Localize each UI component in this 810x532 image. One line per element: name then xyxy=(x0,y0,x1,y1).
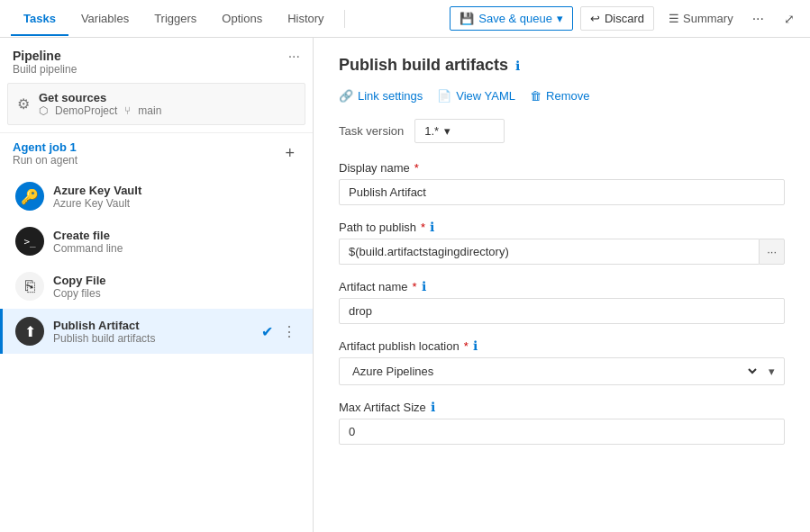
display-name-group: Display name * xyxy=(339,161,785,205)
task-version-select[interactable]: 1.* ▾ xyxy=(414,119,505,143)
path-to-publish-group: Path to publish * ℹ ··· xyxy=(339,220,785,265)
publish-artifact-icon: ⬆ xyxy=(15,317,44,346)
link-settings-link[interactable]: 🔗 Link settings xyxy=(339,89,423,103)
artifact-location-select-row: Azure Pipelines File share ▾ xyxy=(339,357,785,385)
summary-button[interactable]: ☰ Summary xyxy=(661,7,741,30)
task-version-value: 1.* xyxy=(424,124,439,138)
right-panel: Publish build artifacts ℹ 🔗 Link setting… xyxy=(314,38,810,532)
artifact-name-info-icon[interactable]: ℹ xyxy=(422,279,426,293)
create-file-subtitle: Command line xyxy=(53,242,123,255)
path-input-row: ··· xyxy=(339,239,785,265)
get-sources-item[interactable]: ⚙ Get sources ⬡ DemoProject ⑂ main xyxy=(7,83,305,125)
path-required: * xyxy=(421,221,425,234)
agent-job: Agent job 1 Run on agent + xyxy=(0,132,313,174)
max-artifact-size-group: Max Artifact Size ℹ xyxy=(339,400,785,445)
nav-actions: 💾 Save & queue ▾ ↩ Discard ☰ Summary ···… xyxy=(450,6,799,32)
publish-artifact-title: Publish Artifact xyxy=(53,319,155,332)
artifact-location-chevron-icon: ▾ xyxy=(760,359,784,383)
panel-info-icon[interactable]: ℹ xyxy=(515,59,520,73)
branch-name: main xyxy=(138,104,161,117)
version-chevron-icon: ▾ xyxy=(444,124,451,138)
task-azure-key-vault[interactable]: 🔑 Azure Key Vault Azure Key Vault xyxy=(0,174,313,219)
view-yaml-icon: 📄 xyxy=(437,89,451,103)
azure-key-vault-icon: 🔑 xyxy=(15,182,44,211)
get-sources-icon: ⚙ xyxy=(17,95,30,113)
task-version-row: Task version 1.* ▾ xyxy=(339,119,785,143)
display-name-label: Display name * xyxy=(339,161,785,175)
pipeline-more-button[interactable]: ··· xyxy=(288,49,300,65)
tab-history[interactable]: History xyxy=(275,3,336,36)
path-info-icon[interactable]: ℹ xyxy=(430,220,434,234)
get-sources-sub: ⬡ DemoProject ⑂ main xyxy=(39,104,161,117)
remove-icon: 🗑 xyxy=(530,89,542,103)
publish-artifact-subtitle: Publish build artifacts xyxy=(53,332,155,345)
link-settings-icon: 🔗 xyxy=(339,89,353,103)
task-create-file[interactable]: >_ Create file Command line xyxy=(0,219,313,264)
remove-link[interactable]: 🗑 Remove xyxy=(530,89,589,103)
agent-job-subtitle: Run on agent xyxy=(13,154,77,167)
path-to-publish-input[interactable] xyxy=(339,239,759,265)
tab-options[interactable]: Options xyxy=(209,3,275,36)
expand-button[interactable]: ⤢ xyxy=(779,7,799,31)
create-file-icon: >_ xyxy=(15,227,44,256)
task-copy-file[interactable]: ⎘ Copy File Copy files xyxy=(0,264,313,309)
nav-divider xyxy=(344,10,345,28)
artifact-publish-location-label: Artifact publish location * ℹ xyxy=(339,338,785,353)
path-to-publish-label: Path to publish * ℹ xyxy=(339,220,785,234)
copy-file-subtitle: Copy files xyxy=(53,287,106,300)
action-links: 🔗 Link settings 📄 View YAML 🗑 Remove xyxy=(339,89,785,103)
artifact-location-required: * xyxy=(464,339,469,353)
more-options-button[interactable]: ··· xyxy=(748,6,769,32)
save-icon: 💾 xyxy=(460,12,474,25)
copy-file-title: Copy File xyxy=(53,274,106,287)
discard-button[interactable]: ↩ Discard xyxy=(580,6,654,31)
artifact-publish-location-select[interactable]: Azure Pipelines File share xyxy=(340,358,760,384)
add-task-button[interactable]: + xyxy=(279,142,300,165)
panel-title: Publish build artifacts xyxy=(339,56,508,75)
top-nav: Tasks Variables Triggers Options History… xyxy=(0,0,810,38)
artifact-name-label: Artifact name * ℹ xyxy=(339,279,785,293)
panel-title-row: Publish build artifacts ℹ xyxy=(339,56,785,75)
main-layout: Pipeline Build pipeline ··· ⚙ Get source… xyxy=(0,38,810,532)
left-panel: Pipeline Build pipeline ··· ⚙ Get source… xyxy=(0,38,314,532)
task-publish-artifact[interactable]: ⬆ Publish Artifact Publish build artifac… xyxy=(0,309,313,354)
tab-triggers[interactable]: Triggers xyxy=(141,3,209,36)
azure-key-vault-subtitle: Azure Key Vault xyxy=(53,197,141,210)
get-sources-title: Get sources xyxy=(39,91,161,104)
artifact-location-info-icon[interactable]: ℹ xyxy=(473,338,478,353)
pipeline-title: Pipeline xyxy=(13,49,77,63)
tab-tasks[interactable]: Tasks xyxy=(11,3,68,36)
agent-job-title[interactable]: Agent job 1 xyxy=(13,140,77,154)
discard-icon: ↩ xyxy=(590,12,600,25)
max-artifact-size-label: Max Artifact Size ℹ xyxy=(339,400,785,414)
summary-icon: ☰ xyxy=(669,12,679,25)
project-icon: ⬡ xyxy=(39,104,48,117)
task-check-icon: ✔ xyxy=(261,323,273,340)
view-yaml-link[interactable]: 📄 View YAML xyxy=(437,89,515,103)
save-queue-button[interactable]: 💾 Save & queue ▾ xyxy=(450,6,573,31)
artifact-name-input[interactable] xyxy=(339,298,785,324)
chevron-down-icon: ▾ xyxy=(557,12,563,25)
task-version-label: Task version xyxy=(339,124,404,138)
branch-icon: ⑂ xyxy=(124,104,131,117)
tab-variables[interactable]: Variables xyxy=(68,3,141,36)
copy-file-icon: ⎘ xyxy=(15,272,44,301)
azure-key-vault-title: Azure Key Vault xyxy=(53,184,141,197)
pipeline-header: Pipeline Build pipeline ··· xyxy=(0,38,313,83)
pipeline-subtitle: Build pipeline xyxy=(13,63,77,76)
path-browse-button[interactable]: ··· xyxy=(759,239,785,265)
task-kebab-button[interactable]: ⋮ xyxy=(278,321,300,342)
pipeline-info: Pipeline Build pipeline xyxy=(13,49,77,76)
create-file-title: Create file xyxy=(53,229,123,242)
max-artifact-size-info-icon[interactable]: ℹ xyxy=(431,400,435,414)
max-artifact-size-input[interactable] xyxy=(339,419,785,445)
display-name-required: * xyxy=(414,161,419,175)
artifact-name-group: Artifact name * ℹ xyxy=(339,279,785,324)
artifact-name-required: * xyxy=(413,280,417,293)
project-name: DemoProject xyxy=(55,104,117,117)
display-name-input[interactable] xyxy=(339,179,785,205)
artifact-publish-location-group: Artifact publish location * ℹ Azure Pipe… xyxy=(339,338,785,385)
